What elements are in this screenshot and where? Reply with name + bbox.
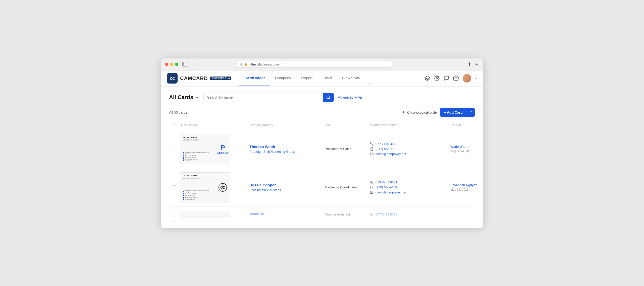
row3-name-cell: Wade W... [249, 212, 325, 217]
search-box [203, 93, 334, 102]
row3-phone-line: 077 5495 8785 [370, 212, 450, 216]
email-icon [370, 152, 373, 156]
cards-count: All 50 cards [169, 110, 187, 114]
sort-button[interactable]: Chronological order [402, 110, 438, 114]
help-icon-button[interactable]: ? [453, 76, 459, 81]
search-input[interactable] [204, 93, 323, 102]
share-button[interactable]: ⬆ [468, 61, 471, 67]
row1-card-logo: P ADDEVE [215, 134, 230, 164]
header-creator: Creater [450, 123, 483, 127]
layers-icon-button[interactable] [424, 76, 430, 81]
row1-card-phone2: 000 9876 54321 [183, 157, 212, 158]
forward-button[interactable]: › [195, 62, 197, 67]
row1-company-name[interactable]: ParadigmShift Marketing Group [249, 150, 325, 154]
row3-card-image [179, 210, 249, 219]
select-all-checkbox[interactable] [172, 123, 176, 127]
logo-badge: BUSINESS ⇄ [210, 77, 231, 80]
row1-name-cell: Theresa Webb ParadigmShift Marketing Gro… [249, 145, 325, 154]
new-tab-button[interactable]: ＋ [474, 61, 479, 67]
cards-table: Card image Name/Company Title Contact in… [169, 121, 475, 222]
lock-icon: 🔒 [244, 62, 248, 66]
close-button[interactable] [165, 63, 168, 66]
layers-icon [424, 76, 430, 81]
row2-card-phone1: 000 1234 56789 [183, 193, 212, 195]
gear-icon [434, 76, 440, 81]
address-bar[interactable]: ⊕ 🔒 https://b.camcard.com/ [237, 61, 392, 68]
tab-email[interactable]: Email [317, 70, 337, 86]
sort-label: Chronological order [407, 110, 438, 114]
row3-title: Nursing Assistant [325, 212, 350, 216]
row1-title: President of Sales [325, 147, 351, 151]
svg-point-1 [436, 78, 438, 79]
nav-more[interactable]: ··· [365, 81, 375, 86]
row1-contact-cell: 077 7170 3529 (217) 555–0113 david@penpo… [370, 142, 450, 156]
tab-cardholder[interactable]: CardHolder [239, 70, 270, 86]
tab-biz-activity[interactable]: Biz Activity [337, 70, 365, 86]
traffic-lights [165, 63, 178, 66]
nav-tabs: CardHolder Company Report Email Biz Acti… [239, 70, 420, 86]
row1-phone-line: 077 7170 3529 [370, 142, 450, 146]
row2-email: david@penpower.net [375, 190, 406, 194]
row2-card-name: Bessie Cooper [183, 175, 212, 177]
row1-creator-cell: Wade Warren August 24, 2013 [450, 145, 483, 153]
maximize-button[interactable] [175, 63, 178, 66]
mobile-icon [370, 147, 373, 151]
add-card-button[interactable]: + Add Card [440, 108, 467, 117]
logo-name: CAMCARD [180, 76, 208, 81]
row1-checkbox-cell [169, 147, 179, 151]
row1-person-name[interactable]: Theresa Webb [249, 145, 325, 149]
table-row: Wade W... Nursing Assistant 077 5495 878… [169, 207, 475, 222]
row1-creator-name[interactable]: Wade Warren [450, 145, 483, 149]
header-title: Title [325, 123, 370, 127]
add-card-dropdown-button[interactable] [467, 108, 475, 117]
row3-checkbox[interactable] [172, 212, 176, 217]
row1-card-phone1: 000 1234 56789 [183, 155, 212, 156]
main-content: All Cards Advanced Filter All 50 cards [161, 87, 483, 228]
header-right-icons: ? ▾ [424, 74, 477, 83]
row2-card-address: 20, Marcellus Boulevard Newark NY 75542 [183, 190, 212, 193]
row2-checkbox[interactable] [172, 185, 176, 189]
header-checkbox-cell [169, 123, 179, 127]
phone-icon [370, 142, 373, 146]
row1-card-website: www.lorem.com [183, 160, 212, 162]
row2-person-name[interactable]: Bessie Cooper [249, 183, 325, 187]
row1-mobile-line: (217) 555–0113 [370, 147, 450, 151]
row2-card-website: www.lorem.com [183, 198, 212, 200]
minimize-button[interactable] [170, 63, 173, 66]
question-icon: ? [453, 76, 459, 81]
row2-card-subtitle: Marketing Coordinator [183, 177, 212, 179]
row2-title: Marketing Coordinator [325, 185, 357, 189]
row1-email: david@penpower.net [375, 152, 406, 156]
mobile-icon [370, 186, 373, 189]
row1-logo-text: ADDEVE [217, 152, 228, 154]
header-card-image: Card image [179, 123, 249, 127]
row2-title-cell: Marketing Coordinator [325, 185, 370, 189]
row1-checkbox[interactable] [172, 147, 176, 151]
app-header: CC CAMCARD BUSINESS ⇄ CardHolder Company… [161, 70, 483, 87]
chevron-down-icon [195, 95, 199, 100]
row1-card-image-wrapper: Bessie Cooper Marketing Coordinator 20, … [180, 134, 230, 164]
phone-icon [370, 181, 373, 184]
sidebar-toggle[interactable] [182, 62, 188, 66]
row1-mobile: (217) 555–0113 [375, 147, 399, 151]
user-menu-dropdown[interactable]: ▾ [475, 76, 477, 80]
row2-company-name[interactable]: EcoSustain Industries [249, 188, 325, 192]
all-cards-button[interactable]: All Cards [169, 94, 199, 101]
row1-email-line: david@penpower.net [370, 152, 450, 156]
chat-icon-button[interactable] [444, 76, 449, 81]
row2-creator-name[interactable]: Savannah Nguyen [450, 183, 483, 187]
row3-person-name[interactable]: Wade W... [249, 212, 325, 216]
avatar[interactable] [463, 74, 471, 83]
tab-report[interactable]: Report [296, 70, 317, 86]
search-icon [326, 95, 330, 99]
search-button[interactable] [323, 93, 334, 102]
row2-creator-cell: Savannah Nguyen May 12, 2019 [450, 183, 483, 191]
row2-card-phone2: 000 9876 54321 [183, 195, 212, 196]
row1-card-subtitle: Marketing Coordinator [183, 139, 212, 141]
settings-icon-button[interactable] [434, 76, 440, 81]
back-button[interactable]: ‹ [191, 62, 193, 67]
advanced-filter-button[interactable]: Advanced Filter [338, 95, 362, 99]
logo-area: CC CAMCARD BUSINESS ⇄ [167, 73, 231, 84]
row2-contact-cell: 079 8761 9681 (239) 555–0108 david@penpo… [370, 180, 450, 194]
tab-company[interactable]: Company [270, 70, 296, 86]
